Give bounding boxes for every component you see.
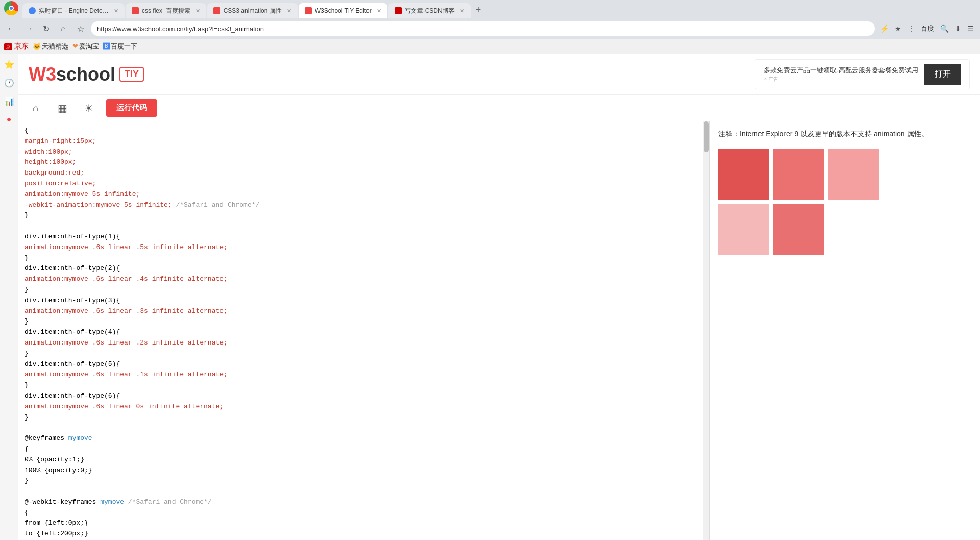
- tab-favicon: [213, 7, 220, 14]
- new-tab-btn[interactable]: +: [472, 5, 485, 18]
- preview-box-5: [718, 204, 769, 255]
- preview-box-4: [884, 149, 935, 200]
- preview-note: 注释：Internet Explorer 9 以及更早的版本不支持 animat…: [718, 130, 972, 139]
- tianmao-icon: 🐱: [33, 42, 41, 50]
- tab-close-btn[interactable]: ✕: [377, 8, 381, 14]
- main-content: W3school TIY 多款免费云产品一键领取,高配云服务器套餐免费试用 × …: [18, 54, 980, 540]
- tab-bar: 实时窗口 - Engine Detection ✕ css flex_百度搜索 …: [0, 0, 980, 18]
- logo-w3: W3: [29, 64, 56, 85]
- logo-school: school: [56, 64, 115, 85]
- star-btn[interactable]: ★: [893, 22, 903, 35]
- home-toolbar-btn[interactable]: ⌂: [27, 99, 45, 117]
- address-bar-row: ← → ↻ ⌂ ☆ ⚡ ★ ⋮ 百度 🔍 ⬇ ☰: [0, 18, 980, 39]
- tab-close-btn[interactable]: ✕: [460, 8, 464, 14]
- theme-btn[interactable]: ☀: [80, 99, 98, 117]
- tab-title: W3School TIY Editor: [315, 7, 372, 14]
- ad-banner: 多款免费云产品一键领取,高配云服务器套餐免费试用 × 广告 打开: [755, 59, 970, 89]
- aitaobao-label: 爱淘宝: [79, 42, 99, 51]
- ad-label: × 广告: [764, 76, 918, 83]
- forward-btn[interactable]: →: [21, 21, 36, 36]
- sidebar-red[interactable]: ●: [3, 113, 15, 126]
- run-code-btn[interactable]: 运行代码: [106, 99, 157, 117]
- tab-favicon: [305, 7, 312, 14]
- tab-favicon: [395, 7, 402, 14]
- address-input[interactable]: [91, 21, 875, 36]
- tab-favicon: [132, 7, 139, 14]
- tab-close-btn[interactable]: ✕: [195, 8, 200, 14]
- tab-w3school-tiy[interactable]: W3School TIY Editor ✕: [299, 3, 387, 18]
- tianmao-label: 天猫精选: [42, 42, 68, 51]
- reload-btn[interactable]: ↻: [39, 21, 53, 36]
- bookmark-jd[interactable]: 京 京东: [4, 42, 29, 51]
- baidu-label: 百度一下: [111, 42, 137, 51]
- sidebar: ⭐ 🕐 📊 ●: [0, 54, 18, 540]
- baidu-icon: 🅱: [103, 42, 110, 50]
- back-btn[interactable]: ←: [4, 21, 18, 36]
- ad-text: 多款免费云产品一键领取,高配云服务器套餐免费试用: [764, 66, 918, 75]
- tab-csdn[interactable]: 写文章-CSDN博客 ✕: [388, 3, 471, 18]
- scrollbar-thumb[interactable]: [704, 121, 709, 152]
- baidu-label: 百度: [919, 24, 936, 33]
- bookmark-aitaobao[interactable]: ❤ 爱淘宝: [72, 42, 99, 51]
- browser-actions: ⚡ ★ ⋮ 百度 🔍 ⬇ ☰: [878, 22, 976, 35]
- preview-box-3: [828, 149, 879, 200]
- tab-title: 写文章-CSDN博客: [405, 7, 455, 15]
- tiy-badge: TIY: [119, 67, 144, 82]
- tab-engine-detection[interactable]: 实时窗口 - Engine Detection ✕: [22, 3, 125, 18]
- preview-box-6: [773, 204, 824, 255]
- bookmark-btn[interactable]: ☆: [74, 21, 88, 36]
- sidebar-chart[interactable]: 📊: [3, 95, 15, 107]
- tab-close-btn[interactable]: ✕: [114, 8, 118, 14]
- code-editor[interactable]: { margin-right:15px; width:100px; height…: [18, 121, 709, 540]
- tab-title: css flex_百度搜索: [142, 7, 190, 15]
- scrollbar-track[interactable]: [703, 121, 709, 540]
- preview-panel: 注释：Internet Explorer 9 以及更早的版本不支持 animat…: [709, 121, 980, 540]
- preview-box-2: [773, 149, 824, 200]
- aitaobao-icon: ❤: [72, 42, 78, 50]
- ad-content: 多款免费云产品一键领取,高配云服务器套餐免费试用 × 广告: [764, 66, 918, 82]
- more-btn[interactable]: ⋮: [905, 22, 917, 35]
- ad-open-btn[interactable]: 打开: [924, 64, 961, 85]
- search-btn[interactable]: 🔍: [938, 22, 951, 35]
- lightning-btn[interactable]: ⚡: [878, 22, 891, 35]
- bookmark-tianmao[interactable]: 🐱 天猫精选: [33, 42, 68, 51]
- bookmarks-bar: 京 京东 🐱 天猫精选 ❤ 爱淘宝 🅱 百度一下: [0, 39, 980, 54]
- sidebar-star[interactable]: ⭐: [3, 58, 15, 70]
- code-panel: { margin-right:15px; width:100px; height…: [18, 121, 709, 540]
- tab-title: 实时窗口 - Engine Detection: [39, 7, 109, 15]
- editor-area: { margin-right:15px; width:100px; height…: [18, 121, 980, 540]
- w3school-header: W3school TIY 多款免费云产品一键领取,高配云服务器套餐免费试用 × …: [18, 54, 980, 95]
- chrome-logo: [4, 1, 18, 15]
- home-btn[interactable]: ⌂: [56, 21, 70, 36]
- tab-css-flex[interactable]: css flex_百度搜索 ✕: [126, 3, 206, 18]
- logo-area: W3school TIY: [29, 64, 144, 85]
- menu-btn[interactable]: ☰: [965, 22, 976, 35]
- tiy-toolbar: ⌂ ▦ ☀ 运行代码: [18, 95, 980, 121]
- layout-btn[interactable]: ▦: [53, 99, 71, 117]
- w3school-logo: W3school: [29, 64, 115, 85]
- tab-close-btn[interactable]: ✕: [287, 8, 291, 14]
- tab-title: CSS3 animation 属性: [224, 7, 282, 15]
- bookmark-baidu[interactable]: 🅱 百度一下: [103, 42, 137, 51]
- jd-icon: 京: [4, 43, 12, 50]
- preview-box-1: [718, 149, 769, 200]
- tab-css3-animation[interactable]: CSS3 animation 属性 ✕: [207, 3, 298, 18]
- download-btn[interactable]: ⬇: [953, 22, 963, 35]
- jd-label: 京东: [14, 42, 29, 50]
- preview-boxes: [718, 149, 972, 255]
- sidebar-history[interactable]: 🕐: [3, 77, 15, 89]
- tab-favicon: [29, 7, 36, 14]
